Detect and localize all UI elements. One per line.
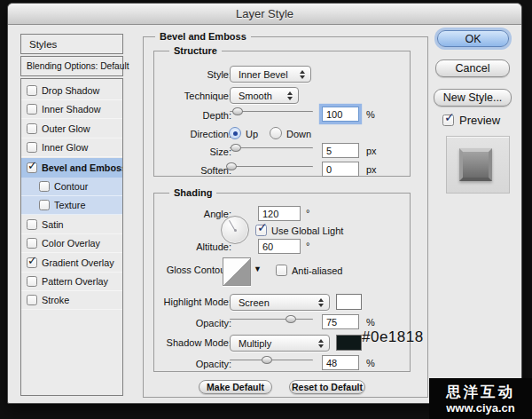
shadow-mode-label: Shadow Mode: <box>148 337 231 348</box>
sidebar-item-label: Bevel and Emboss <box>42 162 123 173</box>
size-field[interactable]: 5 <box>322 143 359 158</box>
sidebar-item-label: Outer Glow <box>42 123 90 134</box>
checkbox-icon[interactable] <box>27 219 37 230</box>
angle-dial[interactable] <box>221 216 249 244</box>
checkbox-icon[interactable] <box>39 200 50 210</box>
slider-thumb[interactable] <box>226 162 237 170</box>
chevron-up-down-icon <box>318 298 324 307</box>
checkbox-icon[interactable] <box>27 104 37 115</box>
use-global-light-checkbox[interactable]: ✓ <box>255 225 267 236</box>
ok-button[interactable]: OK <box>437 30 509 47</box>
checkbox-icon[interactable]: ✓ <box>27 257 37 268</box>
make-default-button[interactable]: Make Default <box>199 380 272 394</box>
checkbox-icon[interactable] <box>27 85 37 96</box>
highlight-opacity-unit: % <box>366 317 375 328</box>
gloss-contour-thumbnail[interactable] <box>223 257 251 286</box>
gloss-contour-label: Gloss Contour: <box>148 265 231 275</box>
sidebar-item-stroke[interactable]: Stroke <box>21 291 122 310</box>
style-dropdown[interactable]: Inner Bevel <box>230 66 311 83</box>
checkbox-icon[interactable] <box>39 181 50 192</box>
slider-thumb[interactable] <box>262 356 272 364</box>
checkbox-icon[interactable] <box>27 123 37 134</box>
contour-picker-arrow-icon[interactable]: ▼ <box>254 265 262 273</box>
structure-group-title: Structure <box>169 45 222 56</box>
sidebar-item-inner-shadow[interactable]: Inner Shadow <box>21 100 122 119</box>
checkbox-icon[interactable]: ✓ <box>27 162 37 173</box>
slider-thumb[interactable] <box>286 315 296 323</box>
sidebar-item-outer-glow[interactable]: Outer Glow <box>21 120 122 138</box>
depth-slider[interactable] <box>230 107 313 116</box>
button-label: OK <box>465 33 481 45</box>
checkbox-icon[interactable] <box>27 142 37 153</box>
shadow-opacity-unit: % <box>366 358 375 368</box>
shadow-color-swatch[interactable] <box>336 335 362 351</box>
highlight-mode-label: Highlight Mode: <box>148 296 231 307</box>
technique-dropdown[interactable]: Smooth <box>230 87 299 104</box>
sidebar-item-label: Satin <box>42 219 64 230</box>
slider-track <box>230 319 313 320</box>
reset-to-default-button[interactable]: Reset to Default <box>289 380 365 394</box>
slider-track <box>230 166 313 168</box>
direction-down-radio[interactable] <box>270 127 282 139</box>
dropdown-value: Multiply <box>231 338 271 349</box>
size-label: Size: <box>148 146 231 157</box>
styles-header: Styles <box>20 34 123 54</box>
shadow-opacity-field[interactable]: 48 <box>322 355 359 370</box>
sidebar-item-label: Gradient Overlay <box>42 257 114 268</box>
slider-thumb[interactable] <box>231 144 241 152</box>
dialog-titlebar[interactable]: Layer Style <box>8 4 521 25</box>
highlight-opacity-slider[interactable] <box>230 315 313 324</box>
shadow-mode-dropdown[interactable]: Multiply <box>230 335 330 352</box>
bevel-emboss-group-title: Bevel and Emboss <box>155 31 251 42</box>
shadow-hex-annotation: #0e1818 <box>362 328 424 346</box>
sidebar-item-bevel-and-emboss[interactable]: ✓ Bevel and Emboss <box>21 158 122 178</box>
checkbox-icon[interactable] <box>27 238 37 249</box>
direction-up-label: Up <box>246 129 258 139</box>
technique-label: Technique: <box>148 91 231 101</box>
highlight-mode-dropdown[interactable]: Screen <box>230 294 330 311</box>
direction-down-label: Down <box>286 129 311 139</box>
dropdown-value: Inner Bevel <box>231 69 288 80</box>
sidebar-item-drop-shadow[interactable]: Drop Shadow <box>21 82 122 100</box>
altitude-label: Altitude: <box>148 241 231 252</box>
new-style-button[interactable]: New Style... <box>434 89 512 107</box>
styles-list: Drop Shadow Inner Shadow Outer Glow Inne… <box>20 78 123 396</box>
sidebar-item-gradient-overlay[interactable]: ✓ Gradient Overlay <box>21 254 122 273</box>
checkbox-icon[interactable] <box>27 295 37 305</box>
altitude-field[interactable]: 60 <box>258 239 301 254</box>
soften-field[interactable]: 0 <box>322 162 359 177</box>
shadow-opacity-label: Opacity: <box>148 359 231 369</box>
button-label: Reset to Default <box>292 382 363 392</box>
cancel-button[interactable]: Cancel <box>435 59 510 77</box>
preview-checkbox[interactable]: ✓ <box>442 115 454 126</box>
button-label: Cancel <box>456 62 490 75</box>
preview-thumbnail <box>446 136 510 194</box>
field-value: 100 <box>326 109 342 120</box>
sidebar-item-label: Stroke <box>42 295 69 305</box>
sidebar-item-pattern-overlay[interactable]: Pattern Overlay <box>21 273 122 291</box>
sidebar-item-texture[interactable]: Texture <box>21 196 122 215</box>
depth-field[interactable]: 100 <box>322 107 359 122</box>
sidebar-item-satin[interactable]: Satin <box>21 216 122 234</box>
direction-label: Direction: <box>148 129 231 139</box>
dial-center-dot <box>234 229 237 232</box>
blending-options-label: Blending Options: Default <box>27 61 129 71</box>
sidebar-item-color-overlay[interactable]: Color Overlay <box>21 234 122 253</box>
size-unit: px <box>366 146 377 156</box>
angle-unit: ° <box>306 208 309 218</box>
anti-aliased-checkbox[interactable] <box>276 265 287 276</box>
sidebar-item-contour[interactable]: Contour <box>21 178 122 196</box>
slider-thumb[interactable] <box>232 107 243 115</box>
checkbox-icon[interactable] <box>27 276 37 287</box>
shadow-opacity-slider[interactable] <box>230 356 313 365</box>
direction-up-radio[interactable] <box>229 127 241 139</box>
highlight-opacity-field[interactable]: 75 <box>322 314 359 329</box>
sidebar-item-inner-glow[interactable]: Inner Glow <box>21 138 122 157</box>
chevron-up-down-icon <box>287 91 293 100</box>
soften-slider[interactable] <box>230 162 313 171</box>
sidebar-item-blending-options[interactable]: Blending Options: Default <box>20 56 123 76</box>
size-slider[interactable] <box>230 144 313 153</box>
highlight-color-swatch[interactable] <box>336 294 362 310</box>
watermark: 思洋互动 www.ciya.cn <box>429 378 532 419</box>
angle-field[interactable]: 120 <box>258 206 301 221</box>
